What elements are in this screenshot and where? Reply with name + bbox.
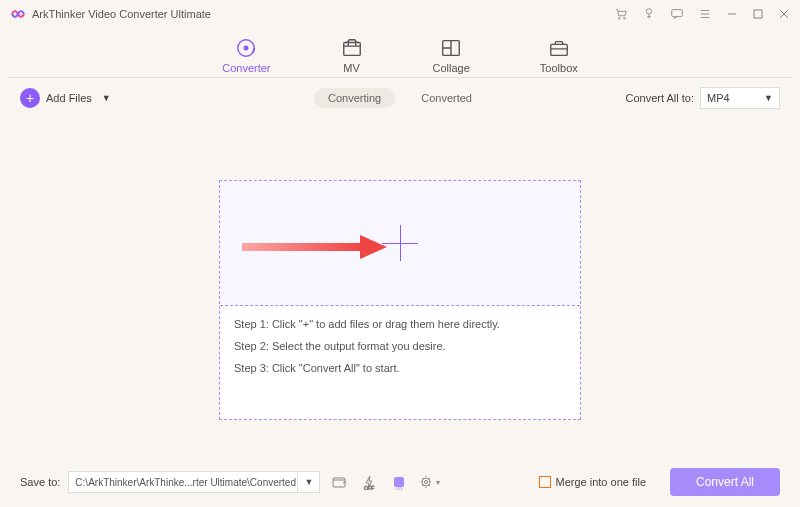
bolt-icon: OFF	[361, 474, 377, 490]
svg-point-0	[618, 18, 620, 20]
drop-zone-steps: Step 1: Click "+" to add files or drag t…	[220, 306, 580, 386]
tab-collage-label: Collage	[433, 62, 470, 74]
app-title: ArkThinker Video Converter Ultimate	[32, 8, 614, 20]
pill-converted[interactable]: Converted	[407, 88, 486, 108]
save-path-dropdown[interactable]: ▼	[298, 471, 320, 493]
convert-all-to-label: Convert All to:	[626, 92, 694, 104]
svg-text:OFF: OFF	[364, 485, 374, 490]
app-logo-icon	[10, 6, 26, 22]
tab-mv-label: MV	[343, 62, 360, 74]
gear-icon	[419, 474, 435, 490]
chevron-down-icon: ▼	[102, 93, 111, 103]
collage-icon	[440, 37, 462, 59]
add-plus-icon[interactable]	[382, 225, 418, 261]
tab-toolbox[interactable]: Toolbox	[540, 37, 578, 74]
save-path-value: C:\ArkThinker\ArkThinke...rter Ultimate\…	[75, 477, 296, 488]
drop-zone[interactable]: Step 1: Click "+" to add files or drag t…	[219, 180, 581, 420]
svg-rect-3	[672, 10, 683, 17]
svg-text:ON: ON	[396, 486, 403, 491]
add-files-label: Add Files	[46, 92, 92, 104]
chevron-down-icon: ▼	[764, 93, 773, 103]
output-format-select[interactable]: MP4 ▼	[700, 87, 780, 109]
merge-label: Merge into one file	[556, 476, 647, 488]
save-to-label: Save to:	[20, 476, 60, 488]
open-folder-button[interactable]	[328, 471, 350, 493]
add-files-button[interactable]: + Add Files ▼	[20, 88, 111, 108]
toolbox-icon	[548, 37, 570, 59]
step-1: Step 1: Click "+" to add files or drag t…	[234, 318, 566, 330]
top-tabs: Converter MV Collage Toolbox	[8, 28, 792, 78]
tab-toolbox-label: Toolbox	[540, 62, 578, 74]
bottombar: Save to: C:\ArkThinker\ArkThinke...rter …	[0, 467, 800, 497]
cart-icon[interactable]	[614, 7, 628, 21]
mv-icon	[341, 37, 363, 59]
minimize-icon[interactable]	[726, 8, 738, 20]
feedback-icon[interactable]	[670, 7, 684, 21]
convert-all-to-group: Convert All to: MP4 ▼	[626, 87, 780, 109]
svg-point-1	[624, 18, 626, 20]
chevron-down-icon: ▾	[436, 478, 440, 487]
chip-icon: ON	[391, 474, 407, 490]
svg-point-17	[424, 481, 427, 484]
plus-icon: +	[20, 88, 40, 108]
save-path-input[interactable]: C:\ArkThinker\ArkThinke...rter Ultimate\…	[68, 471, 298, 493]
close-icon[interactable]	[778, 8, 790, 20]
key-icon[interactable]	[642, 7, 656, 21]
main-area: Step 1: Click "+" to add files or drag t…	[0, 116, 800, 466]
titlebar-icons	[614, 7, 790, 21]
tab-mv[interactable]: MV	[341, 37, 363, 74]
svg-rect-4	[754, 10, 762, 18]
pill-converting[interactable]: Converting	[314, 88, 395, 108]
toolbar: + Add Files ▼ Converting Converted Conve…	[0, 80, 800, 116]
merge-checkbox[interactable]: Merge into one file	[539, 476, 647, 488]
hardware-accel-button[interactable]: OFF	[358, 471, 380, 493]
svg-point-6	[245, 46, 249, 50]
tab-collage[interactable]: Collage	[433, 37, 470, 74]
tab-converter[interactable]: Converter	[222, 37, 270, 74]
drop-zone-top[interactable]	[220, 181, 580, 306]
step-3: Step 3: Click "Convert All" to start.	[234, 362, 566, 374]
folder-icon	[331, 474, 347, 490]
svg-point-2	[646, 9, 651, 14]
tab-converter-label: Converter	[222, 62, 270, 74]
status-tabs: Converting Converted	[314, 88, 486, 108]
maximize-icon[interactable]	[752, 8, 764, 20]
menu-icon[interactable]	[698, 7, 712, 21]
step-2: Step 2: Select the output format you des…	[234, 340, 566, 352]
convert-all-button[interactable]: Convert All	[670, 468, 780, 496]
high-speed-button[interactable]: ON	[388, 471, 410, 493]
svg-rect-9	[551, 44, 568, 55]
settings-button[interactable]: ▾	[418, 471, 440, 493]
titlebar: ArkThinker Video Converter Ultimate	[0, 0, 800, 28]
format-value: MP4	[707, 92, 730, 104]
converter-icon	[235, 37, 257, 59]
svg-rect-7	[343, 42, 360, 55]
checkbox-box-icon	[539, 476, 551, 488]
svg-point-16	[422, 478, 430, 486]
